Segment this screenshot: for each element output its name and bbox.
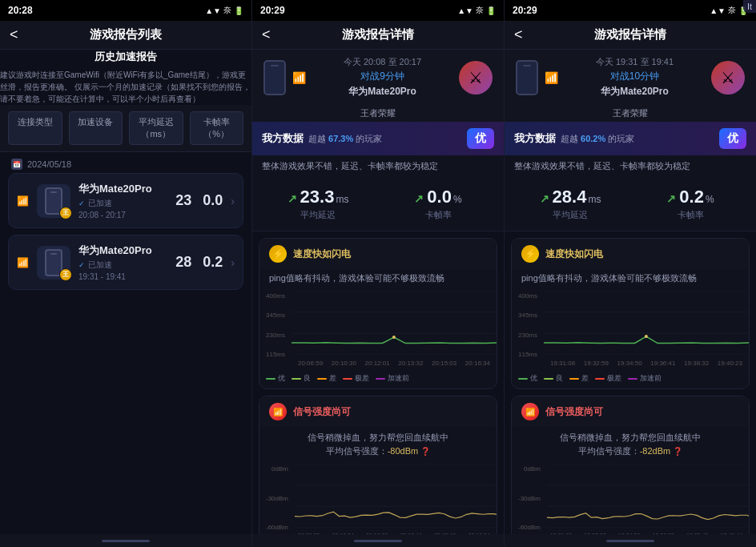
- ping-chart-title: 速度快如闪电: [293, 247, 351, 261]
- legend-label-2: 差: [329, 373, 336, 384]
- panel-header: < 游戏报告详情: [505, 21, 756, 50]
- ping-y-label: 400ms: [518, 292, 537, 300]
- panel-header: < 游戏报告列表: [0, 21, 251, 50]
- legend-item-2: 差: [317, 373, 336, 384]
- my-data-header: 我方数据 超越 67.3% 的玩家 优: [252, 122, 504, 155]
- record-info-1: 华为Mate20Pro ✓ 已加速 19:31 - 19:41: [78, 243, 167, 281]
- back-button[interactable]: <: [262, 26, 271, 43]
- filter-btn-0[interactable]: 连接类型: [8, 111, 62, 145]
- speed-badge: ⚡: [521, 245, 539, 263]
- record-time-1: 19:31 - 19:41: [78, 272, 167, 281]
- signal-badge: 📶: [521, 403, 539, 420]
- speed-badge: ⚡: [269, 245, 287, 263]
- signal-chart-area: 0dBm-30dBm-60dBm 无增1堵墙2堵墙 19:31:081: [512, 461, 749, 534]
- filter-btn-3[interactable]: 卡帧率（%）: [190, 111, 244, 145]
- ping-x-label: 20:13:32: [398, 360, 423, 367]
- signal-y-label: -30dBm: [518, 495, 541, 502]
- signal-desc: 信号稍微掉血，努力帮您回血续航中: [512, 427, 749, 445]
- panel-1: 20:28 ▲▼奈🔋 < 游戏报告列表 历史加速报告 建议游戏时连接至GameW…: [0, 0, 252, 547]
- filter-btn-2[interactable]: 平均延迟（ms）: [129, 111, 183, 145]
- ping-y-label: 345ms: [518, 312, 537, 319]
- arrow-icon-1: ↗: [414, 192, 424, 205]
- signal-card-header: 📶 信号强度尚可: [259, 396, 497, 427]
- ping-x-label: 19:36:41: [650, 360, 675, 367]
- ping-chart-svg-wrap: [544, 291, 750, 358]
- match-date: 今天 20:08 至 20:17: [344, 56, 421, 68]
- match-info-center: 今天 20:08 至 20:17 对战9分钟 华为Mate20Pro: [344, 56, 421, 99]
- ping-x-label: 20:16:34: [465, 360, 490, 367]
- ping-x-label: 19:38:32: [684, 360, 709, 367]
- arrow-icon-0: ↗: [288, 192, 297, 205]
- ping-chart-svg: [544, 291, 750, 355]
- detail-content: 📶 今天 20:08 至 20:17 对战9分钟 华为Mate20Pro ⚔ 王…: [252, 50, 504, 534]
- status-bar: 20:28 ▲▼奈🔋: [0, 0, 251, 21]
- signal-y-label: -60dBm: [518, 524, 541, 531]
- signal-y-label: 0dBm: [266, 465, 288, 473]
- ping-y-label: 230ms: [266, 332, 285, 339]
- stat-number-0: 28.4: [553, 187, 587, 207]
- device-icon-sm: [516, 60, 538, 95]
- legend-item-1: 良: [544, 373, 563, 384]
- record-sub-1: ✓ 已加速: [78, 259, 167, 271]
- ping-y-label: 230ms: [518, 332, 537, 339]
- signal-y-label: 0dBm: [518, 465, 541, 473]
- big-stat-1: ↗ 0.2 % 卡帧率: [636, 187, 745, 221]
- filter-btn-1[interactable]: 加速设备: [69, 111, 123, 145]
- it-badge: It: [743, 0, 756, 13]
- match-left: 📶: [263, 60, 306, 95]
- status-icons: ▲▼奈🔋: [205, 5, 243, 16]
- back-button[interactable]: <: [10, 26, 18, 43]
- calendar-icon: 📅: [11, 159, 22, 170]
- help-icon: ❓: [673, 447, 682, 456]
- stat-unit-0: ms: [336, 194, 348, 205]
- exceed-pct: 60.2%: [581, 134, 605, 143]
- exceed-pct: 67.3%: [328, 134, 353, 143]
- svg-point-13: [645, 335, 648, 338]
- date-label: 📅 2024/05/18: [0, 152, 251, 173]
- status-icons: ▲▼奈🔋: [710, 5, 748, 16]
- acc-icon-1: ✓: [78, 261, 85, 269]
- record-stats-0: 23 0.0: [175, 192, 223, 209]
- chart-card-header: ⚡ 速度快如闪电: [259, 239, 497, 269]
- back-button[interactable]: <: [514, 26, 523, 43]
- big-stats: ↗ 23.3 ms 平均延迟 ↗ 0.0 % 卡帧率: [252, 177, 504, 231]
- legend-label-1: 良: [304, 373, 311, 384]
- detail-content: 📶 今天 19:31 至 19:41 对战10分钟 华为Mate20Pro ⚔ …: [505, 50, 756, 534]
- clock: 20:29: [513, 5, 537, 16]
- history-desc: 建议游戏时连接至GameWifi（附近WiFi有多以_Game结尾），游戏更丝滑…: [0, 69, 251, 105]
- legend-dot-4: [628, 378, 637, 380]
- record-info-0: 华为Mate20Pro ✓ 已加速 20:08 - 20:17: [78, 182, 167, 219]
- big-stat-val-0: ↗ 28.4 ms: [516, 187, 625, 207]
- record-arrow-0[interactable]: ›: [231, 195, 235, 207]
- ping-y-label: 345ms: [266, 312, 285, 319]
- my-data-left: 我方数据 超越 60.2% 的玩家: [514, 131, 634, 146]
- device-icon-wrap-1: 王: [37, 246, 70, 280]
- stat-unit-1: %: [453, 194, 462, 205]
- home-indicator: [102, 540, 150, 542]
- panel-header: < 游戏报告详情: [252, 21, 504, 50]
- signal-card-title: 信号强度尚可: [545, 405, 603, 419]
- clock: 20:28: [8, 5, 33, 16]
- signal-chart-svg-wrap: 无增1堵墙2堵墙: [547, 464, 750, 531]
- record-item-0[interactable]: 📶 王 华为Mate20Pro ✓ 已加速 20:08 - 20:17: [8, 173, 243, 228]
- record-stats-1: 28 0.2: [175, 254, 223, 271]
- signal-avg-val: -82dBm: [640, 446, 671, 456]
- record-time-0: 20:08 - 20:17: [78, 211, 167, 219]
- wifi-sm: 📶: [545, 71, 558, 84]
- help-icon: ❓: [420, 447, 430, 456]
- match-duration: 对战9分钟: [344, 70, 421, 83]
- status-icons: ▲▼奈🔋: [457, 5, 496, 16]
- record-arrow-1[interactable]: ›: [231, 256, 235, 269]
- match-left: 📶: [516, 60, 558, 95]
- big-stats: ↗ 28.4 ms 平均延迟 ↗ 0.2 % 卡帧率: [505, 177, 756, 231]
- record-item-1[interactable]: 📶 王 华为Mate20Pro ✓ 已加速 19:31 - 19:41: [8, 235, 243, 290]
- legend-label-3: 极差: [355, 373, 369, 384]
- ping-val-1: 28: [175, 254, 191, 271]
- ping-x-label: 20:12:01: [365, 360, 390, 367]
- signal-avg: 平均信号强度：-82dBm ❓: [512, 445, 749, 461]
- my-data-header: 我方数据 超越 60.2% 的玩家 优: [505, 122, 756, 155]
- match-avatar: ⚔: [711, 61, 745, 95]
- stat-label-1: 卡帧率: [384, 209, 493, 221]
- my-data-title: 我方数据: [514, 131, 556, 146]
- ping-x-label: 20:10:30: [332, 360, 356, 367]
